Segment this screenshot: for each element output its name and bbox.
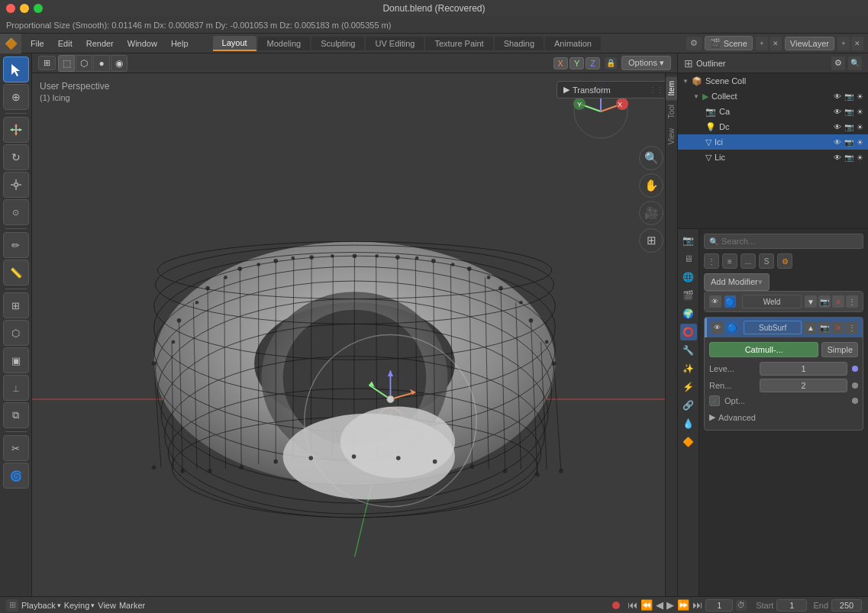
keying-dropdown[interactable]: ▾ xyxy=(91,602,95,609)
rendered-preview-btn[interactable]: ◉ xyxy=(111,55,127,72)
wireframe-shading-btn[interactable]: ⬡ xyxy=(76,55,92,72)
light-render-btn[interactable]: ☀ xyxy=(857,123,863,131)
props-settings-btn[interactable]: ⚙ xyxy=(777,253,792,269)
props-expand-btn[interactable]: ... xyxy=(741,253,756,269)
marker-menu[interactable]: Marker xyxy=(119,601,145,610)
menu-help[interactable]: Help xyxy=(165,37,195,50)
toolbar-rotate[interactable]: ↻ xyxy=(3,144,29,170)
solid-shading-btn[interactable]: ⬚ xyxy=(58,55,75,72)
prop-constraints-icon[interactable]: 🔗 xyxy=(680,397,697,414)
editor-type-selector[interactable]: ⊞ xyxy=(38,56,56,70)
view-menu[interactable]: View xyxy=(98,601,116,610)
side-tab-tool[interactable]: Tool xyxy=(666,100,677,123)
play-reverse-btn[interactable]: ◀ xyxy=(656,599,663,611)
weld-camera-btn[interactable]: 📷 xyxy=(818,295,831,308)
toolbar-move[interactable] xyxy=(3,117,29,143)
x-axis-btn[interactable]: X xyxy=(553,57,568,69)
jump-start-btn[interactable]: ⏮ xyxy=(628,599,637,611)
render-engine-icon[interactable]: ⚙ xyxy=(686,37,702,50)
outliner-lic[interactable]: ▽ Lic 👁 📷 ☀ xyxy=(678,150,868,165)
props-view-mode-btn[interactable]: ⋮ xyxy=(704,253,719,269)
start-frame-input[interactable]: 1 xyxy=(776,599,807,611)
camera-gizmo-btn[interactable]: 🎥 xyxy=(639,201,663,225)
light-cam-btn[interactable]: 📷 xyxy=(844,123,853,131)
add-modifier-button[interactable]: Add Modifier ▾ xyxy=(704,273,770,291)
toolbar-bevel[interactable]: ⟂ xyxy=(3,375,29,401)
prop-render-icon[interactable]: 📷 xyxy=(680,232,697,249)
jump-end-btn[interactable]: ⏭ xyxy=(692,599,702,611)
render-value[interactable]: 2 xyxy=(760,379,847,392)
pan-gizmo-btn[interactable]: ✋ xyxy=(639,173,663,198)
light-eye-btn[interactable]: 👁 xyxy=(834,123,841,131)
lock-axis-btn[interactable]: 🔒 xyxy=(605,57,617,69)
zoom-gizmo-btn[interactable]: 🔍 xyxy=(639,146,663,170)
tab-modeling-workspace[interactable]: Modeling xyxy=(258,37,311,50)
transform-panel-header[interactable]: ▶ Transform ⋮⋮ xyxy=(563,85,664,95)
prop-data-icon[interactable]: 💧 xyxy=(680,415,697,432)
current-frame-input[interactable]: 1 xyxy=(705,599,733,611)
toolbar-scale[interactable] xyxy=(3,172,29,198)
scene-remove-btn[interactable]: ✕ xyxy=(770,37,782,50)
end-frame-input[interactable]: 250 xyxy=(831,599,862,611)
view-layer-remove-btn[interactable]: ✕ xyxy=(851,37,863,50)
close-button[interactable] xyxy=(6,4,15,13)
prev-keyframe-btn[interactable]: ⏪ xyxy=(641,599,653,611)
modifier-header-weld[interactable]: 👁 🔵 Weld ▼ 📷 ✕ ⋮ xyxy=(705,292,863,311)
maximize-button[interactable] xyxy=(34,4,43,13)
outliner-filter-btn[interactable]: ⚙ xyxy=(831,56,845,70)
toolbar-loop[interactable]: ⧉ xyxy=(3,402,29,428)
canvas-area[interactable]: User Perspective (1) Icing xyxy=(32,73,677,596)
material-preview-btn[interactable]: ● xyxy=(93,55,110,72)
subsurf-visibility-toggle[interactable]: 👁 xyxy=(712,321,723,334)
toolbar-cursor[interactable]: ⊕ xyxy=(3,84,29,110)
toolbar-add[interactable]: ⊞ xyxy=(3,292,29,318)
weld-expand-btn[interactable]: ▼ xyxy=(805,295,817,308)
prop-output-icon[interactable]: 🖥 xyxy=(680,250,697,267)
menu-edit[interactable]: Edit xyxy=(52,37,79,50)
outliner-search-btn[interactable]: 🔍 xyxy=(848,56,862,70)
record-btn[interactable] xyxy=(612,602,620,609)
y-axis-btn[interactable]: Y xyxy=(570,57,584,69)
camera-eye-btn[interactable]: 👁 xyxy=(834,108,841,116)
weld-delete-btn[interactable]: ✕ xyxy=(832,295,844,308)
prop-particles-icon[interactable]: ✨ xyxy=(680,360,697,377)
ortho-gizmo-btn[interactable]: ⊞ xyxy=(639,228,663,253)
next-keyframe-btn[interactable]: ⏩ xyxy=(677,599,689,611)
prop-material-icon[interactable]: 🔶 xyxy=(680,434,697,450)
outliner-light[interactable]: 💡 Dc 👁 📷 ☀ xyxy=(678,119,868,134)
toolbar-measure[interactable]: 📏 xyxy=(3,260,29,286)
play-btn[interactable]: ▶ xyxy=(666,599,674,611)
camera-cam-btn[interactable]: 📷 xyxy=(844,108,853,116)
viewport[interactable]: ⊞ ⬚ ⬡ ● ◉ X Y Z 🔒 Options ▾ xyxy=(32,53,677,596)
subsurf-delete-btn[interactable]: ✕ xyxy=(832,321,844,334)
props-search-input[interactable] xyxy=(721,237,858,246)
weld-dots-btn[interactable]: ⋮ xyxy=(846,295,858,308)
menu-render[interactable]: Render xyxy=(80,37,120,50)
toolbar-spin[interactable]: 🌀 xyxy=(3,463,29,489)
scene-add-btn[interactable]: + xyxy=(756,37,768,50)
lic-render-btn[interactable]: ☀ xyxy=(857,153,863,162)
playback-label[interactable]: Playback xyxy=(21,601,56,610)
icing-eye-btn[interactable]: 👁 xyxy=(834,138,841,147)
minimize-button[interactable] xyxy=(20,4,29,13)
advanced-row[interactable]: ▶ Advanced xyxy=(709,409,858,425)
options-button[interactable]: Options ▾ xyxy=(621,56,671,70)
prop-view-layer-icon[interactable]: 🌐 xyxy=(680,269,697,286)
tab-sculpting-workspace[interactable]: Sculpting xyxy=(311,37,364,50)
toolbar-knife[interactable]: ✂ xyxy=(3,435,29,461)
toolbar-select[interactable] xyxy=(3,56,29,82)
outliner-scene-collection[interactable]: ▼ 📦 Scene Coll xyxy=(678,73,868,89)
opt-checkbox[interactable]: ✓ xyxy=(709,395,720,406)
weld-visibility-toggle[interactable]: 👁 xyxy=(709,295,721,308)
collection-eye-btn[interactable]: 👁 xyxy=(834,92,841,101)
toolbar-transform[interactable]: ⊙ xyxy=(3,199,29,225)
playback-dropdown[interactable]: ▾ xyxy=(57,602,61,609)
icing-cam-btn[interactable]: 📷 xyxy=(844,138,853,147)
subsurf-expand-btn[interactable]: ▲ xyxy=(805,321,817,334)
catmull-clark-btn[interactable]: Catmull-... xyxy=(709,342,818,357)
side-tab-view[interactable]: View xyxy=(666,124,677,150)
outliner-collection[interactable]: ▼ ▶ Collect 👁 📷 ☀ xyxy=(678,89,868,104)
weld-name-field[interactable]: Weld xyxy=(742,295,802,308)
menu-window[interactable]: Window xyxy=(121,37,163,50)
camera-render-btn[interactable]: ☀ xyxy=(857,108,863,116)
